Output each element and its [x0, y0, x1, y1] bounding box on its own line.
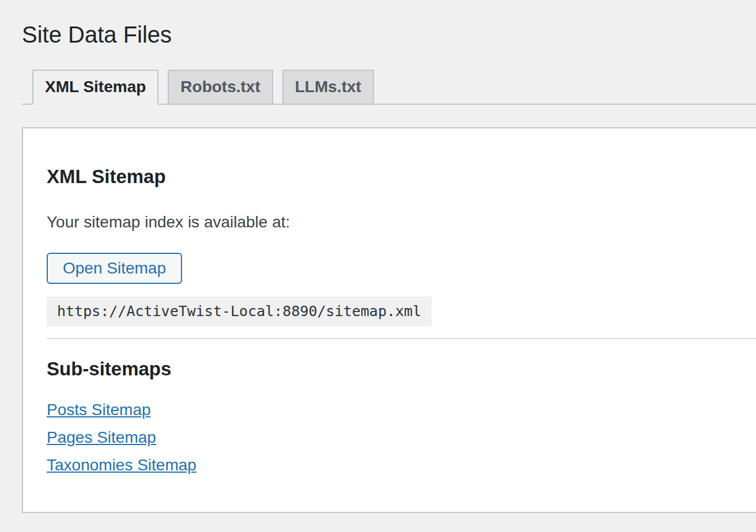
tab-bar: XML Sitemap Robots.txt LLMs.txt: [22, 70, 756, 105]
link-pages-sitemap[interactable]: Pages Sitemap: [47, 428, 156, 447]
xml-sitemap-heading: XML Sitemap: [47, 165, 756, 188]
sitemap-availability-text: Your sitemap index is available at:: [47, 210, 756, 234]
page-wrap: Site Data Files XML Sitemap Robots.txt L…: [22, 0, 756, 513]
tab-xml-sitemap[interactable]: XML Sitemap: [32, 70, 158, 105]
xml-sitemap-panel: XML Sitemap Your sitemap index is availa…: [22, 127, 756, 513]
sub-sitemaps-heading: Sub-sitemaps: [47, 358, 756, 381]
tab-robots-txt[interactable]: Robots.txt: [168, 70, 273, 105]
sitemap-url-code: https://ActiveTwist-Local:8890/sitemap.x…: [47, 297, 432, 326]
link-posts-sitemap[interactable]: Posts Sitemap: [47, 400, 151, 420]
link-taxonomies-sitemap[interactable]: Taxonomies Sitemap: [47, 455, 196, 475]
open-sitemap-button[interactable]: Open Sitemap: [47, 253, 182, 284]
section-divider: [47, 338, 756, 339]
page-title: Site Data Files: [22, 0, 756, 48]
tab-llms-txt[interactable]: LLMs.txt: [282, 70, 374, 105]
